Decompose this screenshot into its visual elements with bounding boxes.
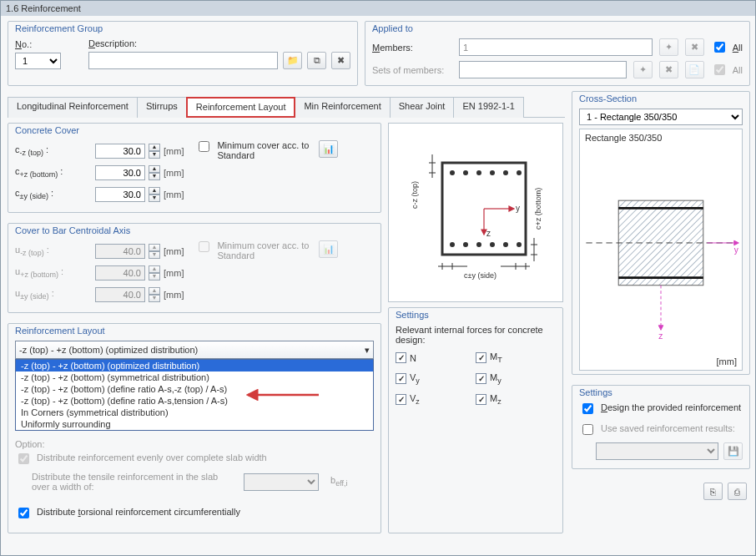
no-label: No.: bbox=[15, 39, 65, 49]
cz-top-label: c-z (top) : bbox=[15, 144, 88, 157]
tab-shear-joint[interactable]: Shear Joint bbox=[390, 97, 455, 118]
svg-text:z: z bbox=[486, 229, 491, 238]
layout-option-5[interactable]: Uniformly surrounding bbox=[16, 418, 373, 430]
all-sets-check: All bbox=[711, 62, 743, 78]
force-mt-label: MT bbox=[490, 351, 502, 364]
concrete-min-cover-check[interactable]: Minimum cover acc. to Standard bbox=[195, 140, 312, 205]
svg-point-6 bbox=[503, 170, 508, 175]
svg-point-2 bbox=[450, 170, 455, 175]
folder-icon[interactable]: 📁 bbox=[283, 52, 302, 69]
tab-reinforcement-layout[interactable]: Reinforcement Layout bbox=[186, 97, 296, 118]
chevron-down-icon: ▾ bbox=[365, 345, 370, 356]
clear-members-icon[interactable]: ✖ bbox=[685, 38, 704, 56]
cz-bot-label: c+z (bottom) : bbox=[15, 166, 88, 179]
cz-bot-input[interactable] bbox=[95, 165, 145, 180]
layout-option-4[interactable]: In Corners (symmetrical distribution) bbox=[16, 407, 373, 418]
cz-top-input[interactable] bbox=[95, 144, 145, 159]
layout-option-2[interactable]: -z (top) - +z (bottom) (define ratio A-s… bbox=[16, 383, 373, 395]
cy-side-spin[interactable]: ▲▼ bbox=[149, 187, 160, 202]
axis-standard-icon: 📊 bbox=[319, 240, 338, 258]
no-select[interactable]: 1 bbox=[15, 53, 61, 69]
force-n-label: N bbox=[410, 353, 416, 363]
members-label: Members: bbox=[372, 43, 452, 53]
all-members-check[interactable]: All bbox=[711, 39, 743, 55]
use-saved-check[interactable]: Use saved reinforcement results: bbox=[579, 423, 743, 437]
applied-to-box: Applied to Members: ✦ ✖ All Sets of memb… bbox=[365, 21, 750, 86]
cross-section-legend: Cross-Section bbox=[579, 94, 743, 104]
tab-bar: Longitudinal Reinforcement Stirrups Rein… bbox=[8, 96, 565, 118]
footer-button-1[interactable]: ⎘ bbox=[703, 483, 723, 500]
force-my-label: My bbox=[490, 372, 501, 385]
members-input[interactable] bbox=[459, 38, 653, 56]
uy-side-unit: [mm] bbox=[164, 290, 184, 300]
concrete-cover-legend: Concrete Cover bbox=[15, 125, 374, 135]
opt-tensile-width-unit: beff,i bbox=[330, 475, 347, 488]
svg-text:c-z (top): c-z (top) bbox=[411, 180, 419, 208]
uy-side-label: u±y (side) : bbox=[15, 288, 88, 301]
cy-side-input[interactable] bbox=[95, 187, 145, 202]
cz-top-spin[interactable]: ▲▼ bbox=[149, 144, 160, 159]
axis-min-cover-check: Minimum cover acc. to Standard bbox=[195, 240, 312, 306]
cz-bot-spin[interactable]: ▲▼ bbox=[149, 165, 160, 180]
force-mt-check[interactable] bbox=[476, 352, 486, 363]
svg-text:y: y bbox=[734, 245, 739, 255]
uy-side-input bbox=[95, 287, 145, 302]
cross-section-select[interactable]: 1 - Rectangle 350/350 bbox=[579, 109, 743, 125]
cz-bot-unit: [mm] bbox=[164, 168, 184, 178]
cross-section-diagram: Rectangle 350/350 bbox=[579, 129, 743, 371]
svg-point-9 bbox=[463, 242, 468, 247]
uz-bot-input bbox=[95, 265, 145, 281]
tab-min-reinforcement[interactable]: Min Reinforcement bbox=[295, 97, 390, 118]
settings-design-legend: Settings bbox=[579, 387, 743, 397]
force-vz-check[interactable] bbox=[396, 394, 406, 405]
layout-options-list[interactable]: -z (top) - +z (bottom) (optimized distri… bbox=[15, 359, 374, 431]
layout-option-0[interactable]: -z (top) - +z (bottom) (optimized distri… bbox=[16, 360, 373, 372]
svg-point-11 bbox=[490, 242, 495, 247]
reinforcement-group-legend: Reinforcement Group bbox=[15, 23, 350, 33]
layout-box: Reinforcement Layout -z (top) - +z (bott… bbox=[8, 323, 381, 533]
layout-select[interactable]: -z (top) - +z (bottom) (optimized distri… bbox=[15, 341, 374, 359]
opt-torsional-circumferential[interactable]: Distribute torsional reinforcement circu… bbox=[15, 507, 374, 521]
tab-longitudinal[interactable]: Longitudinal Reinforcement bbox=[8, 97, 138, 118]
footer-button-2[interactable]: ⎙ bbox=[728, 483, 747, 500]
uy-side-spin: ▲▼ bbox=[149, 287, 160, 302]
force-vy-check[interactable] bbox=[396, 373, 406, 384]
svg-text:c±y (side): c±y (side) bbox=[464, 271, 496, 280]
svg-point-7 bbox=[517, 170, 522, 175]
cover-diagram: y z c-z (top) c+z (bottom) c±y (side) bbox=[388, 123, 563, 302]
settings-forces-text: Relevant internal forces for concrete de… bbox=[396, 325, 556, 345]
layout-option-3[interactable]: -z (top) - +z (bottom) (define ratio A-s… bbox=[16, 395, 373, 407]
opt-tensile-width-label: Distribute the tensile reinforcement in … bbox=[32, 472, 232, 492]
svg-point-5 bbox=[490, 170, 495, 175]
concrete-standard-icon[interactable]: 📊 bbox=[319, 140, 338, 158]
delete-icon[interactable]: ✖ bbox=[331, 52, 350, 69]
layout-option-1[interactable]: -z (top) - +z (bottom) (symmetrical dist… bbox=[16, 372, 373, 383]
option-header: Option: bbox=[15, 439, 374, 449]
uz-bot-spin: ▲▼ bbox=[149, 265, 160, 281]
design-provided-check[interactable]: Design the provided reinforcement bbox=[579, 402, 743, 417]
concrete-cover-box: Concrete Cover c-z (top) : ▲▼ [mm] bbox=[8, 123, 381, 213]
svg-point-8 bbox=[450, 242, 455, 247]
svg-text:z: z bbox=[658, 331, 663, 341]
force-n-check[interactable] bbox=[396, 352, 406, 363]
saved-results-icon: 💾 bbox=[723, 442, 743, 460]
svg-marker-15 bbox=[509, 206, 514, 211]
cross-section-unit: [mm] bbox=[717, 356, 737, 366]
svg-point-12 bbox=[503, 242, 508, 247]
svg-point-10 bbox=[476, 242, 481, 247]
svg-point-3 bbox=[463, 170, 468, 175]
copy-icon[interactable]: ⧉ bbox=[307, 52, 326, 69]
force-my-check[interactable] bbox=[476, 373, 486, 384]
uz-top-unit: [mm] bbox=[164, 246, 184, 256]
description-input[interactable] bbox=[88, 52, 278, 69]
description-label: Description: bbox=[88, 38, 350, 48]
applied-to-legend: Applied to bbox=[372, 23, 743, 33]
force-mz-check[interactable] bbox=[476, 394, 486, 405]
uz-top-spin: ▲▼ bbox=[149, 244, 160, 259]
svg-marker-43 bbox=[658, 326, 663, 331]
tab-stirrups[interactable]: Stirrups bbox=[137, 97, 187, 118]
pick-members-icon[interactable]: ✦ bbox=[659, 38, 678, 56]
force-mz-label: Mz bbox=[490, 393, 501, 406]
tab-en1992[interactable]: EN 1992-1-1 bbox=[453, 97, 523, 118]
uz-top-label: u-z (top) : bbox=[15, 245, 88, 257]
